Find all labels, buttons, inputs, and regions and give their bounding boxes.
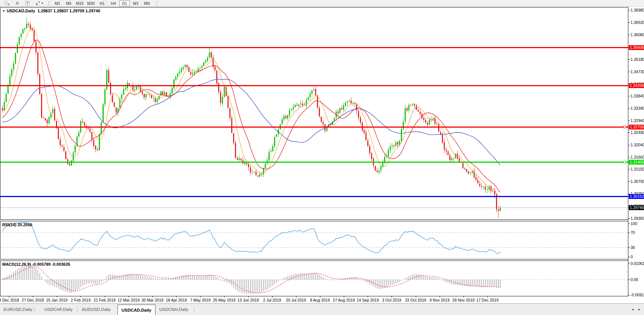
date-label: 8 Dec 2018: [0, 298, 19, 302]
candlestick-canvas[interactable]: [0, 7, 628, 219]
date-label: 7 May 2019: [190, 298, 211, 302]
tab-usdcad[interactable]: USDCAD,Daily: [117, 305, 155, 315]
timeframe-button-h1[interactable]: H1: [97, 0, 107, 6]
date-tick-mark: [57, 296, 57, 297]
rsi-tick-mark: [628, 247, 630, 248]
price-tick-mark: [628, 72, 630, 72]
rsi-tick-mark: [628, 224, 630, 224]
time-axis[interactable]: 8 Dec 201827 Dec 201815 Jan 20192 Feb 20…: [0, 296, 644, 303]
level-price-label: 1.32700: [629, 125, 644, 130]
date-tick-mark: [272, 296, 273, 297]
tabs-scroll-left-icon[interactable]: ◂: [632, 307, 634, 311]
rsi-panel[interactable]: RSI(14) 25.2556: [0, 221, 628, 259]
timeframe-button-m15[interactable]: M15: [75, 0, 85, 6]
timeframe-button-w1[interactable]: W1: [131, 0, 141, 6]
date-label: 22 Oct 2019: [405, 298, 426, 302]
timeframe-button-mn[interactable]: MN: [142, 0, 152, 6]
date-label: 21 Feb 2019: [94, 298, 116, 302]
level-price-label: 1.30152: [629, 194, 644, 199]
macd-panel[interactable]: MACD(12,26,9) -0.005789 -0.003635: [0, 261, 628, 296]
tab-usdcnh[interactable]: USDCNH,Daily: [159, 304, 188, 315]
date-label: 20 Jul 2019: [286, 298, 306, 302]
rsi-tick-label: 70: [631, 230, 635, 235]
text-tool-icon[interactable]: A: [13, 1, 21, 6]
price-tick-label: 1.35180: [631, 57, 644, 62]
macd-canvas[interactable]: [0, 261, 628, 296]
date-tick-mark: [176, 296, 177, 297]
timeframe-button-m1[interactable]: M1: [52, 0, 63, 6]
toolbar: F A T ▼ M1M5M15M30H1H4D1W1MN: [0, 0, 644, 7]
macd-tick-label: 0.00: [631, 277, 638, 282]
macd-tick-label: 0.010615: [631, 261, 644, 266]
date-tick-mark: [368, 296, 368, 297]
rsi-canvas[interactable]: [0, 221, 628, 259]
price-tick-label: 1.32040: [631, 143, 644, 147]
price-tick-label: 1.36080: [631, 32, 644, 37]
tab-audusd[interactable]: AUDUSD,Daily: [82, 304, 110, 315]
date-tick-mark: [320, 296, 320, 297]
date-tick-mark: [33, 296, 33, 297]
date-tick-mark: [9, 296, 9, 297]
symbol-dropdown-icon[interactable]: ▼: [2, 9, 5, 13]
level-price-label: 1.31405: [629, 160, 644, 165]
price-tick-label: 1.32940: [631, 118, 644, 123]
price-tick-label: 1.31600: [631, 155, 644, 159]
macd-tick-mark: [628, 263, 630, 264]
date-label: 9 Nov 2019: [430, 298, 450, 302]
toolbar-separator: [157, 1, 158, 6]
date-tick-mark: [248, 296, 249, 297]
date-tick-mark: [200, 296, 201, 297]
boxed-t-icon: T: [25, 1, 30, 6]
arrow-objects-tool-icon[interactable]: ▼: [34, 1, 45, 6]
date-label: 14 Sep 2019: [356, 298, 379, 302]
date-label: 2 Jul 2019: [263, 298, 281, 302]
price-tick-mark: [628, 10, 630, 10]
diagonal-arrows-icon: [35, 1, 40, 6]
date-label: 27 Aug 2019: [333, 298, 355, 302]
price-axis[interactable]: 1.369801.365301.360801.356301.351801.347…: [628, 7, 644, 296]
date-label: 28 Nov 2019: [452, 298, 475, 302]
mt4-window: F A T ▼ M1M5M15M30H1H4D1W1MN ▼USDCAD,Dai…: [0, 0, 644, 315]
price-tick-label: 1.33390: [631, 106, 644, 110]
price-chart-panel[interactable]: ▼USDCAD,Daily 1.29837 1.29837 1.29709 1.…: [0, 7, 628, 220]
chevron-down-icon: ▼: [41, 2, 44, 4]
date-tick-mark: [464, 296, 464, 297]
text-label-tool-icon[interactable]: T: [24, 1, 31, 6]
chart-symbol: USDCAD,Daily: [7, 9, 35, 13]
level-price-label: 1.34206: [629, 83, 644, 88]
timeframe-button-d1[interactable]: D1: [119, 0, 130, 6]
cursor-f-tool-icon[interactable]: F: [3, 1, 10, 6]
price-tick-mark: [628, 132, 630, 133]
price-tick-label: 1.36980: [631, 8, 644, 12]
date-tick-mark: [296, 296, 296, 297]
date-tick-mark: [105, 296, 105, 297]
level-price-label: 1.35606: [629, 45, 644, 50]
timeframe-button-m5[interactable]: M5: [63, 0, 74, 6]
tab-eurusd[interactable]: EURUSD,Daily: [3, 304, 32, 315]
price-tick-mark: [628, 145, 630, 145]
date-label: 30 Mar 2019: [141, 298, 163, 302]
timeframe-button-h4[interactable]: H4: [108, 0, 119, 6]
macd-tick-mark: [628, 295, 630, 295]
rsi-tick-mark: [628, 257, 630, 257]
price-tick-mark: [628, 35, 630, 35]
price-tick-mark: [628, 157, 630, 158]
rsi-tick-label: 30: [631, 245, 635, 250]
date-label: 27 Dec 2018: [22, 298, 44, 302]
price-tick-label: 1.33840: [631, 94, 644, 98]
tab-usdchf[interactable]: USDCHF,Daily: [44, 304, 72, 315]
price-tick-mark: [628, 169, 630, 169]
tabs-scroll-right-icon[interactable]: ▸: [638, 307, 640, 311]
toolbar-separator: [48, 1, 50, 6]
price-tick-label: 1.31150: [631, 167, 644, 171]
date-label: 18 Apr 2019: [166, 298, 187, 302]
chart-ohlc-values: 1.29837 1.29837 1.29709 1.29740: [37, 9, 100, 13]
rsi-tick-label: 100: [631, 221, 637, 226]
price-tick-mark: [628, 108, 630, 109]
date-label: 3 Oct 2019: [382, 298, 401, 302]
price-tick-mark: [628, 218, 630, 219]
date-label: 13 Jun 2019: [238, 298, 259, 302]
timeframe-button-m30[interactable]: M30: [86, 0, 96, 6]
tab-separator: [194, 307, 194, 312]
price-tick-label: 1.29350: [631, 216, 644, 221]
